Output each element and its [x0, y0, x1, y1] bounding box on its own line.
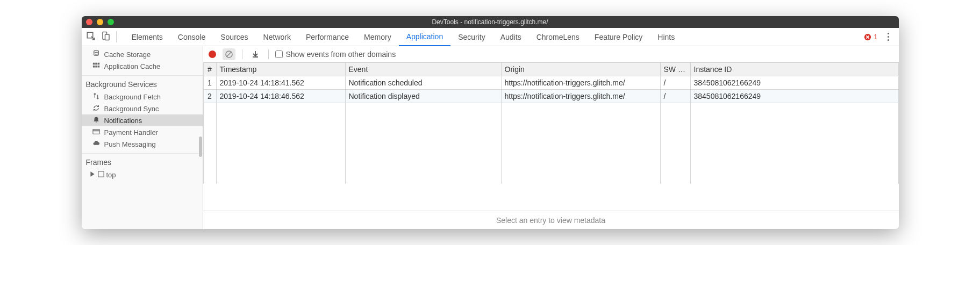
table-empty-area: [203, 103, 898, 184]
credit-card-icon: [92, 128, 100, 137]
sidebar-item-background-fetch[interactable]: Background Fetch: [82, 91, 203, 103]
bell-icon: [92, 116, 100, 125]
events-table: # Timestamp Event Origin SW … Instance I…: [203, 62, 899, 184]
cell-instance-id: 3845081062166249: [690, 90, 898, 103]
sidebar-label: Application Cache: [104, 62, 161, 70]
cell-sw: /: [660, 90, 690, 103]
table-header-row: # Timestamp Event Origin SW … Instance I…: [203, 63, 898, 76]
tab-console[interactable]: Console: [170, 28, 213, 46]
sidebar-label: Payment Handler: [104, 128, 158, 136]
sidebar-heading-background-services: Background Services: [82, 75, 203, 91]
toolbar-separator: [242, 49, 242, 59]
tab-sources[interactable]: Sources: [213, 28, 255, 46]
sidebar-item-application-cache[interactable]: Application Cache: [82, 60, 203, 72]
error-count-badge[interactable]: 1: [864, 33, 877, 41]
cell-event: Notification scheduled: [345, 76, 501, 90]
grid-icon: [92, 62, 100, 71]
devtools-window: DevTools - notification-triggers.glitch.…: [82, 16, 899, 229]
svg-rect-9: [95, 66, 97, 68]
col-number[interactable]: #: [203, 63, 216, 76]
col-sw-scope[interactable]: SW …: [660, 63, 690, 76]
window-title: DevTools - notification-triggers.glitch.…: [82, 18, 899, 26]
error-count: 1: [874, 33, 877, 41]
clear-button[interactable]: [223, 48, 235, 60]
svg-rect-5: [92, 62, 95, 64]
cell-sw: /: [660, 76, 690, 90]
tab-performance[interactable]: Performance: [298, 28, 356, 46]
application-sidebar: Cache Storage Application Cache Backgrou…: [82, 46, 203, 229]
cell-timestamp: 2019-10-24 14:18:46.562: [216, 90, 345, 103]
tab-feature-policy[interactable]: Feature Policy: [587, 28, 650, 46]
inspect-tools: [86, 31, 117, 42]
table-row[interactable]: 2 2019-10-24 14:18:46.562 Notification d…: [203, 90, 898, 103]
sidebar-item-notifications[interactable]: Notifications: [82, 114, 203, 126]
minimize-window-button[interactable]: [97, 19, 103, 25]
tab-memory[interactable]: Memory: [356, 28, 399, 46]
table-row[interactable]: 1 2019-10-24 14:18:41.562 Notification s…: [203, 76, 898, 90]
sidebar-item-frame-top[interactable]: top: [82, 169, 203, 181]
tab-chromelens[interactable]: ChromeLens: [529, 28, 587, 46]
sidebar-label: Push Messaging: [104, 140, 156, 148]
tab-elements[interactable]: Elements: [124, 28, 170, 46]
sync-icon: [92, 104, 100, 113]
main-panel: Show events from other domains # Timesta…: [203, 46, 899, 229]
titlebar: DevTools - notification-triggers.glitch.…: [82, 16, 899, 28]
events-toolbar: Show events from other domains: [203, 46, 899, 62]
sidebar-item-cache-storage[interactable]: Cache Storage: [82, 48, 203, 60]
sidebar-label: Background Fetch: [104, 93, 161, 101]
device-toggle-icon[interactable]: [101, 31, 111, 42]
events-table-container: # Timestamp Event Origin SW … Instance I…: [203, 62, 899, 211]
sidebar-label: Notifications: [104, 117, 142, 125]
cell-num: 1: [203, 76, 216, 90]
show-other-domains-input[interactable]: [275, 51, 283, 58]
sidebar-label: Background Sync: [104, 105, 159, 113]
tab-audits[interactable]: Audits: [493, 28, 529, 46]
tab-security[interactable]: Security: [450, 28, 493, 46]
triangle-right-icon: [89, 171, 96, 179]
sidebar-item-push-messaging[interactable]: Push Messaging: [82, 138, 203, 150]
col-instance-id[interactable]: Instance ID: [690, 63, 898, 76]
maximize-window-button[interactable]: [108, 19, 114, 25]
sidebar-item-background-sync[interactable]: Background Sync: [82, 103, 203, 114]
col-timestamp[interactable]: Timestamp: [216, 63, 345, 76]
sidebar-item-payment-handler[interactable]: Payment Handler: [82, 126, 203, 138]
frame-icon: [98, 171, 104, 179]
tab-network[interactable]: Network: [256, 28, 298, 46]
show-other-domains-checkbox[interactable]: Show events from other domains: [275, 50, 396, 59]
svg-rect-11: [92, 129, 99, 134]
close-window-button[interactable]: [86, 19, 92, 25]
col-origin[interactable]: Origin: [501, 63, 660, 76]
svg-rect-6: [95, 62, 97, 64]
frame-label: top: [106, 171, 116, 179]
more-menu-icon[interactable]: [885, 31, 891, 43]
metadata-hint: Select an entry to view metadata: [203, 211, 899, 229]
cell-instance-id: 3845081062166249: [690, 76, 898, 90]
show-other-domains-label: Show events from other domains: [286, 50, 396, 59]
toolbar-separator: [268, 49, 269, 59]
svg-rect-12: [98, 171, 103, 177]
sidebar-heading-frames: Frames: [82, 153, 203, 169]
tab-application[interactable]: Application: [399, 28, 451, 46]
tab-hints[interactable]: Hints: [650, 28, 682, 46]
cloud-icon: [92, 140, 100, 149]
cell-event: Notification displayed: [345, 90, 501, 103]
svg-point-4: [94, 50, 98, 52]
inspect-element-icon[interactable]: [86, 31, 96, 42]
transfer-icon: [92, 92, 100, 102]
cell-num: 2: [203, 90, 216, 103]
traffic-lights: [86, 19, 114, 25]
database-icon: [92, 50, 100, 59]
sidebar-label: Cache Storage: [104, 51, 151, 59]
record-button[interactable]: [209, 51, 216, 58]
sidebar-scrollbar[interactable]: [199, 136, 202, 157]
svg-rect-8: [92, 66, 95, 68]
cell-origin: https://notification-triggers.glitch.me/: [501, 76, 660, 90]
download-button[interactable]: [249, 48, 262, 60]
cell-timestamp: 2019-10-24 14:18:41.562: [216, 76, 345, 90]
col-event[interactable]: Event: [345, 63, 501, 76]
svg-rect-7: [97, 62, 99, 64]
cell-origin: https://notification-triggers.glitch.me/: [501, 90, 660, 103]
svg-rect-2: [105, 34, 109, 40]
devtools-tabs: Elements Console Sources Network Perform…: [82, 28, 899, 46]
svg-rect-10: [97, 66, 99, 68]
